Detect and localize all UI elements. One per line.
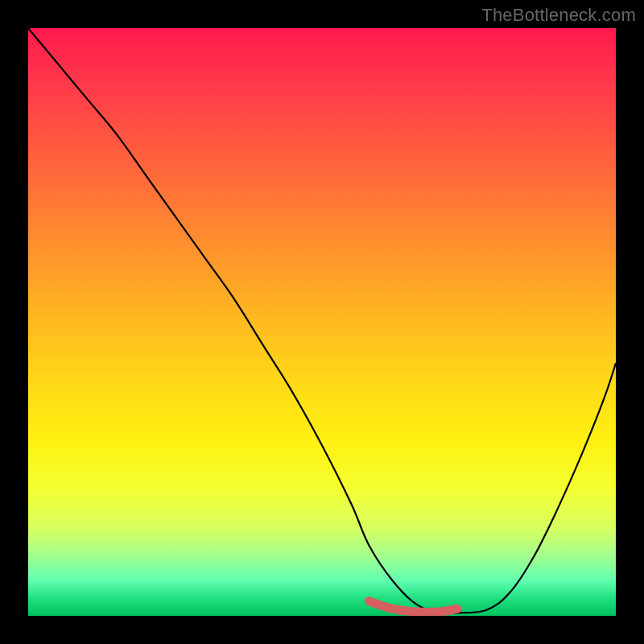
bottleneck-chart: TheBottleneck.com bbox=[0, 0, 644, 644]
watermark-text: TheBottleneck.com bbox=[481, 5, 636, 26]
chart-svg bbox=[28, 28, 616, 616]
bottleneck-curve-path bbox=[28, 28, 616, 613]
plot-area bbox=[28, 28, 616, 616]
